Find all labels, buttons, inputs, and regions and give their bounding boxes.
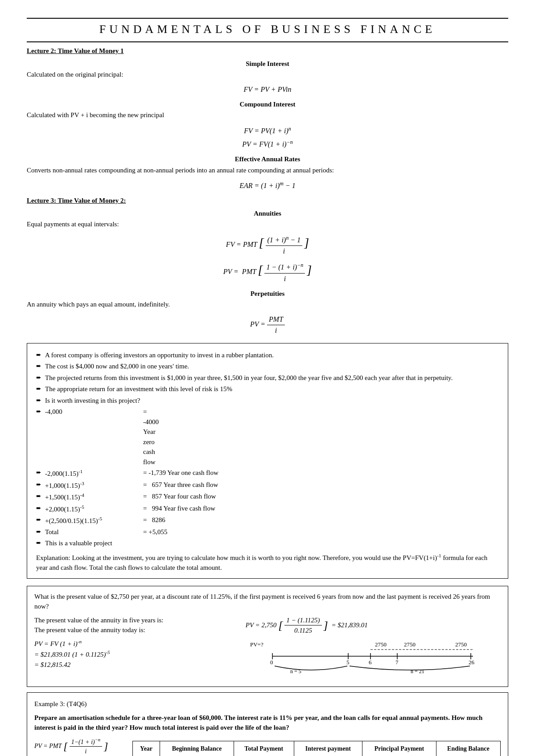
calc-row: ➨ -4,000 = -4000 Year zero cash flow [36, 407, 499, 467]
lecture2-heading: Lecture 2: Time Value of Money 1 [27, 46, 508, 56]
arrow-icon: ➨ [36, 373, 41, 382]
lecture3-heading: Lecture 3: Time Value of Money 2: [27, 196, 508, 206]
arrow-icon: ➨ [36, 527, 41, 536]
timeline-diagram: PV=? 2750 2750 2750 0 [246, 638, 501, 682]
annuities-desc: Equal payments at equal intervals: [27, 219, 508, 229]
question-text: What is the present value of $2,750 per … [34, 592, 501, 612]
arrow-icon: ➨ [36, 361, 41, 371]
arrow-icon: ➨ [36, 503, 41, 513]
col-interest: Interest payment [294, 741, 362, 756]
ear-heading: Effective Annual Rates [27, 154, 508, 164]
calc-row: ➨ +1,500(1.15)-4 = 857 Year four cash fl… [36, 491, 499, 503]
arrow-icon: ➨ [36, 468, 41, 477]
svg-text:26: 26 [469, 659, 475, 666]
timeline-svg: PV=? 2750 2750 2750 0 [246, 638, 477, 678]
arrow-icon: ➨ [36, 515, 41, 524]
example3-description: Prepare an amortisation schedule for a t… [34, 713, 501, 733]
example2-box: What is the present value of $2,750 per … [27, 586, 508, 687]
svg-text:n = 21: n = 21 [411, 668, 424, 674]
svg-text:0: 0 [270, 659, 273, 666]
explanation-text: Explanation: Looking at the investment, … [36, 552, 499, 573]
perpetuities-heading: Perpetuities [27, 289, 508, 299]
col-year: Year [133, 741, 160, 756]
list-item: ➨ The cost is $4,000 now and $2,000 in o… [36, 361, 499, 372]
list-item: ➨ This is a valuable project [36, 538, 499, 548]
example2-formulas: The present value of the annuity in five… [34, 615, 239, 670]
calc-row: ➨ Total = +5,055 [36, 527, 499, 537]
svg-text:2750: 2750 [455, 641, 467, 648]
svg-text:2750: 2750 [375, 641, 387, 648]
svg-text:5: 5 [346, 659, 350, 666]
svg-text:7: 7 [395, 659, 399, 666]
arrow-icon: ➨ [36, 396, 41, 405]
ear-desc: Converts non-annual rates compounding at… [27, 165, 508, 176]
svg-text:PV=?: PV=? [250, 641, 263, 648]
list-item: ➨ A forest company is offering investors… [36, 350, 499, 360]
pv-formula-block: PV = FV (1 + i)-n = $21,839.01 (1 + 0.11… [34, 638, 239, 670]
simple-interest-desc: Calculated on the original principal: [27, 69, 508, 80]
example3-title: Example 3: (T4Q6) [34, 699, 501, 709]
arrow-icon: ➨ [36, 384, 41, 393]
svg-text:6: 6 [369, 659, 372, 666]
example3-box: Example 3: (T4Q6) Prepare an amortisatio… [27, 692, 508, 756]
col-total-payment: Total Payment [234, 741, 294, 756]
col-beginning: Beginning Balance [160, 741, 234, 756]
col-principal: Principal Payment [362, 741, 436, 756]
compound-interest-formula: FV = PV(1 + i)n PV = FV(1 + i)−n [27, 125, 508, 150]
annuity-pv-formula: PV = PMT [ 1 − (1 + i)−n i ] [27, 261, 508, 284]
line1-text: The present value of the annuity in five… [34, 615, 239, 625]
perpetuities-desc: An annuity which pays an equal amount, i… [27, 299, 508, 310]
list-item: ➨ Is it worth investing in this project? [36, 396, 499, 406]
col-ending: Ending Balance [436, 741, 500, 756]
amort-formula-block: PV = PMT [ 1−(1 + i)−n i ] 60,000 = PMT … [34, 736, 123, 756]
example2-pv2750: PV = 2,750 [ 1 − (1.1125) 0.1125 ] = $21… [246, 615, 501, 682]
lecture2-section: Lecture 2: Time Value of Money 1 Simple … [27, 46, 508, 191]
compound-interest-heading: Compound Interest [27, 99, 508, 110]
calc-row: ➨ -2,000(1.15)-1 = -1,739 Year one cash … [36, 468, 499, 479]
amortisation-table: Year Beginning Balance Total Payment Int… [132, 741, 501, 756]
arrow-icon: ➨ [36, 407, 41, 416]
top-border [27, 18, 508, 19]
annuities-heading: Annuities [27, 208, 508, 219]
simple-interest-heading: Simple Interest [27, 59, 508, 69]
calc-row: ➨ +1,000(1.15)-3 = 657 Year three cash f… [36, 480, 499, 491]
calc-row: ➨ +2,000(1.15)-5 = 994 Year five cash fl… [36, 503, 499, 515]
list-item: ➨ The appropriate return for an investme… [36, 384, 499, 394]
lecture3-section: Lecture 3: Time Value of Money 2: Annuit… [27, 196, 508, 335]
svg-text:2750: 2750 [404, 641, 416, 648]
arrow-icon: ➨ [36, 350, 41, 360]
arrow-icon: ➨ [36, 480, 41, 489]
ear-formula: EAR = (1 + i)m − 1 [27, 180, 508, 191]
line2-text: The present value of the annuity today i… [34, 625, 239, 635]
page-title: FUNDAMENTALS OF BUSINESS FINANCE [27, 20, 508, 42]
arrow-icon: ➨ [36, 538, 41, 548]
calc-row: ➨ +(2,500/0.15)(1.15)-5 = 8286 [36, 515, 499, 526]
compound-interest-desc: Calculated with PV + i becoming the new … [27, 110, 508, 120]
example2-content: The present value of the annuity in five… [34, 615, 501, 682]
arrow-icon: ➨ [36, 491, 41, 501]
annuity-fv-formula: FV = PMT [ (1 + i)n − 1 i ] [27, 234, 508, 257]
list-item: ➨ The projected returns from this invest… [36, 373, 499, 383]
amort-table-container: Year Beginning Balance Total Payment Int… [132, 736, 501, 756]
example1-box: ➨ A forest company is offering investors… [27, 343, 508, 579]
example3-content: PV = PMT [ 1−(1 + i)−n i ] 60,000 = PMT … [34, 736, 501, 756]
perpetuity-formula: PV = PMT i [27, 314, 508, 336]
simple-interest-formula: FV = PV + PVin [27, 84, 508, 95]
